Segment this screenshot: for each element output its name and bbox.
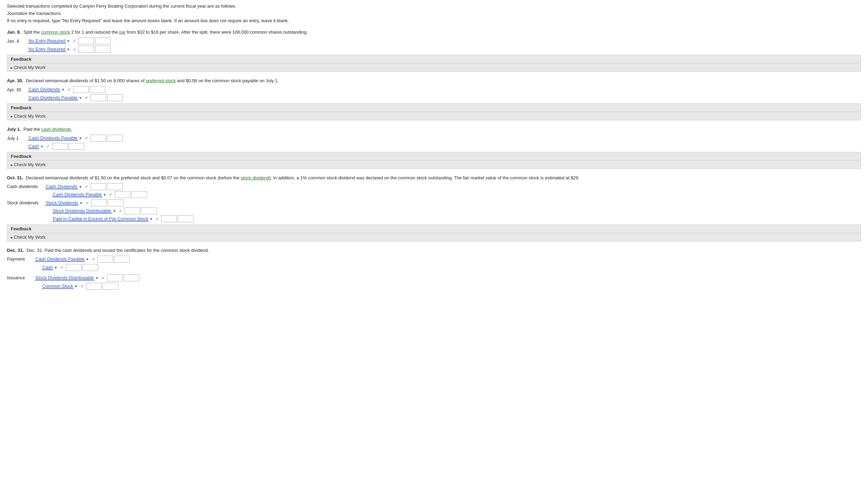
oct31-cash-row1-credit[interactable]	[107, 183, 123, 190]
july1-row2-account-wrap[interactable]: Cash ▼	[28, 144, 44, 149]
oct31-stock-row3-account-select[interactable]: Paid-In Capital in Excess of Par-Common …	[52, 216, 149, 222]
july1-row1-debit[interactable]	[90, 135, 106, 142]
jan8-check-my-work[interactable]: Check My Work	[7, 63, 861, 72]
july1-row2-debit[interactable]	[52, 143, 68, 150]
july1-feedback: Feedback	[7, 152, 861, 161]
july1-check-my-work[interactable]: Check My Work	[7, 161, 861, 169]
dec31-issuance-row2-check: ✓	[80, 284, 84, 289]
dec31-payment-row2-account-wrap[interactable]: Cash ▼	[42, 265, 58, 270]
dec31-payment-row2-credit[interactable]	[83, 264, 98, 271]
oct31-stock-row3-credit[interactable]	[178, 215, 193, 222]
par-link-jan[interactable]: par	[119, 29, 126, 35]
jan8-row2-credit[interactable]	[95, 46, 111, 53]
oct31-stock-row3-account-wrap[interactable]: Paid-In Capital in Excess of Par-Common …	[52, 216, 153, 222]
july1-section: July 1. Paid the cash dividends. July 1 …	[7, 127, 861, 169]
oct31-header: Oct. 31. Declared semiannual dividends o…	[7, 175, 861, 180]
jan8-row1-account-wrap[interactable]: No Entry Required ▼	[28, 38, 70, 44]
common-stock-link-jan[interactable]: common stock	[41, 29, 70, 35]
dec31-issuance-row1: Stock Dividends Distributable ▼ ✓	[35, 274, 861, 281]
dec31-payment-row2-check: ✓	[60, 265, 64, 270]
dec31-issuance-row2-credit[interactable]	[103, 283, 118, 290]
apr30-row2-account-wrap[interactable]: Cash Dividends Payable ▼	[28, 95, 82, 101]
july1-row2-account-select[interactable]: Cash	[28, 144, 40, 149]
dec31-issuance-row1-debit[interactable]	[107, 274, 123, 281]
july1-date-label: July 1.	[7, 127, 21, 132]
july1-row1-credit[interactable]	[107, 135, 123, 142]
dec31-payment-row1-debit[interactable]	[97, 256, 113, 263]
dec31-issuance-row2-debit[interactable]	[86, 283, 102, 290]
dec31-issuance-row1-dropdown-icon: ▼	[95, 276, 99, 280]
dec31-issuance-row1-account-wrap[interactable]: Stock Dividends Distributable ▼	[35, 275, 99, 281]
apr30-row2-debit[interactable]	[90, 94, 106, 101]
apr30-row1-account-wrap[interactable]: Cash Dividends ▼	[28, 87, 65, 92]
oct31-cash-row2-account-wrap[interactable]: Cash Dividends Payable ▼	[52, 192, 106, 197]
july1-row1-date: July 1	[7, 136, 28, 141]
dec31-issuance-entries: Stock Dividends Distributable ▼ ✓ Common…	[35, 274, 861, 291]
stock-dividend-link[interactable]: stock dividend	[241, 175, 269, 180]
cash-dividends-link-july[interactable]: cash dividends	[41, 127, 71, 132]
jan8-row2-debit[interactable]	[78, 46, 94, 53]
oct31-stock-row2-account-wrap[interactable]: Stock Dividends Distributable ▼	[52, 208, 116, 214]
july1-row1-account-select[interactable]: Cash Dividends Payable	[28, 135, 78, 141]
oct31-stock-row1-account-wrap[interactable]: Stock Dividends ▼	[45, 200, 83, 206]
oct31-cash-row2-credit[interactable]	[131, 191, 147, 198]
dec31-issuance-row1-credit[interactable]	[124, 274, 139, 281]
jan8-row1-check: ✓	[73, 39, 76, 43]
jan8-row1-credit[interactable]	[95, 37, 111, 44]
apr30-row2-credit[interactable]	[107, 94, 123, 101]
apr30-date-label: Apr. 30.	[7, 78, 23, 83]
oct31-stock-row2-debit[interactable]	[124, 207, 140, 214]
apr30-row1-debit[interactable]	[73, 86, 89, 93]
dec31-payment-row1-credit[interactable]	[114, 256, 130, 263]
july1-row2-credit[interactable]	[69, 143, 84, 150]
oct31-cash-row2-debit[interactable]	[115, 191, 130, 198]
oct31-cash-label: Cash dividends	[7, 183, 45, 198]
oct31-grid: Cash dividends Cash Dividends ▼ ✓ Cash D	[7, 183, 861, 222]
dec31-section: Dec. 31. Dec. 31. Paid the cash dividend…	[7, 248, 861, 291]
apr30-row2-check: ✓	[85, 95, 88, 100]
apr30-row1-credit[interactable]	[90, 86, 105, 93]
oct31-feedback: Feedback	[7, 224, 861, 233]
dec31-payment-row1: Cash Dividends Payable ▼ ✓	[35, 256, 861, 263]
oct31-stock-row1-debit[interactable]	[91, 199, 107, 206]
oct31-stock-row1-credit[interactable]	[108, 199, 123, 206]
jan8-row1-account-select[interactable]: No Entry Required	[28, 38, 66, 44]
dec31-payment-row1-dropdown-icon: ▼	[86, 257, 89, 261]
jan8-row2-account-wrap[interactable]: No Entry Required ▼	[28, 46, 70, 52]
july1-row1-check: ✓	[85, 136, 88, 140]
dec31-issuance-row1-account-select[interactable]: Stock Dividends Distributable	[35, 275, 95, 281]
july1-row1-account-wrap[interactable]: Cash Dividends Payable ▼	[28, 135, 82, 141]
oct31-stock-row2-credit[interactable]	[141, 207, 157, 214]
dec31-issuance-row2-account-wrap[interactable]: Common Stock ▼	[42, 283, 78, 289]
dec31-payment-label: Payment	[7, 256, 35, 272]
oct31-cash-row2-account-select[interactable]: Cash Dividends Payable	[52, 192, 103, 197]
apr30-row1-account-select[interactable]: Cash Dividends	[28, 87, 61, 92]
apr30-row1: Apr. 30 Cash Dividends ▼ ✓	[7, 86, 861, 93]
dec31-header: Dec. 31. Dec. 31. Paid the cash dividend…	[7, 248, 861, 253]
apr30-row2-dropdown-icon: ▼	[79, 96, 82, 100]
oct31-cash-row1-debit[interactable]	[90, 183, 106, 190]
dec31-payment-row1-account-wrap[interactable]: Cash Dividends Payable ▼	[35, 256, 89, 262]
oct31-check-my-work[interactable]: Check My Work	[7, 233, 861, 241]
apr30-check-my-work[interactable]: Check My Work	[7, 112, 861, 120]
oct31-stock-entries: Stock Dividends ▼ ✓ Stock Dividends Dist…	[45, 199, 861, 222]
oct31-section: Oct. 31. Declared semiannual dividends o…	[7, 175, 861, 241]
oct31-cash-row1-account-wrap[interactable]: Cash Dividends ▼	[45, 184, 82, 189]
oct31-cash-row1-account-select[interactable]: Cash Dividends	[45, 184, 78, 189]
jan8-row1-dropdown-icon: ▼	[67, 39, 70, 43]
dec31-payment-row2-account-select[interactable]: Cash	[42, 265, 54, 270]
oct31-cash-row2-dropdown-icon: ▼	[103, 193, 106, 197]
jan8-row2-account-select[interactable]: No Entry Required	[28, 46, 66, 52]
jan8-row2-check: ✓	[73, 47, 76, 52]
dec31-payment-row2-debit[interactable]	[66, 264, 81, 271]
oct31-stock-row1-account-select[interactable]: Stock Dividends	[45, 200, 79, 206]
dec31-payment-row1-account-select[interactable]: Cash Dividends Payable	[35, 256, 85, 262]
dec31-issuance-row2-account-select[interactable]: Common Stock	[42, 283, 74, 289]
dec31-grid: Payment Cash Dividends Payable ▼ ✓ Cash	[7, 256, 861, 291]
jan8-row1-debit[interactable]	[78, 37, 94, 44]
oct31-stock-row3-debit[interactable]	[161, 215, 177, 222]
apr30-row1-date: Apr. 30	[7, 87, 28, 92]
oct31-stock-row2-account-select[interactable]: Stock Dividends Distributable	[52, 208, 112, 214]
preferred-stock-link[interactable]: preferred stock	[146, 78, 176, 83]
apr30-row2-account-select[interactable]: Cash Dividends Payable	[28, 95, 78, 101]
